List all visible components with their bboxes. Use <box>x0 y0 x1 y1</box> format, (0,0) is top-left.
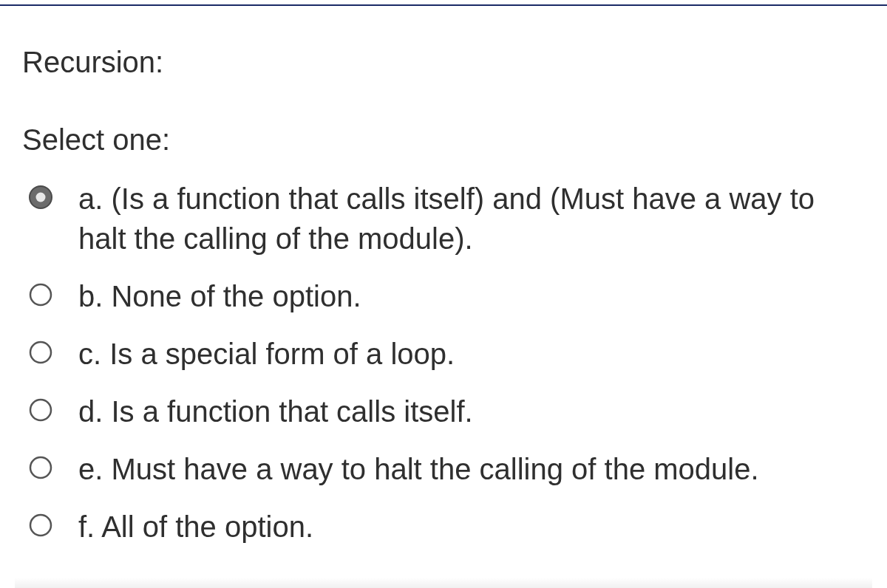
radio-icon[interactable] <box>28 185 53 210</box>
option-label: a. (Is a function that calls itself) and… <box>78 179 865 259</box>
svg-point-3 <box>30 342 51 363</box>
option-letter: c. <box>78 338 109 370</box>
radio-icon[interactable] <box>28 397 53 423</box>
option-e[interactable]: e. Must have a way to halt the calling o… <box>22 440 865 498</box>
svg-point-4 <box>30 400 51 420</box>
option-letter: e. <box>78 453 111 485</box>
option-label: b. None of the option. <box>78 276 865 316</box>
svg-point-6 <box>30 515 51 536</box>
option-label: d. Is a function that calls itself. <box>78 392 865 431</box>
select-one-prompt: Select one: <box>22 123 865 157</box>
option-letter: d. <box>78 395 111 428</box>
option-label: f. All of the option. <box>78 507 865 547</box>
option-text-body: None of the option. <box>111 280 361 312</box>
option-text-body: Is a special form of a loop. <box>109 338 455 370</box>
option-label: e. Must have a way to halt the calling o… <box>78 449 865 489</box>
option-letter: f. <box>78 510 101 543</box>
option-label: c. Is a special form of a loop. <box>78 334 865 374</box>
radio-icon[interactable] <box>28 513 53 538</box>
option-text-body: (Is a function that calls itself) and (M… <box>78 182 815 255</box>
svg-point-2 <box>30 284 51 305</box>
option-d[interactable]: d. Is a function that calls itself. <box>22 383 865 440</box>
radio-icon[interactable] <box>28 282 53 307</box>
question-title: Recursion: <box>22 46 865 79</box>
option-text-body: All of the option. <box>101 510 313 543</box>
option-a[interactable]: a. (Is a function that calls itself) and… <box>22 170 865 267</box>
question-block: Recursion: Select one: a. (Is a function… <box>0 6 887 555</box>
radio-icon[interactable] <box>28 340 53 365</box>
option-f[interactable]: f. All of the option. <box>22 498 865 555</box>
radio-icon[interactable] <box>28 455 53 480</box>
option-c[interactable]: c. Is a special form of a loop. <box>22 325 865 383</box>
option-letter: a. <box>78 182 111 215</box>
option-b[interactable]: b. None of the option. <box>22 267 865 325</box>
bottom-shadow <box>15 578 872 588</box>
options-list: a. (Is a function that calls itself) and… <box>22 170 865 555</box>
svg-point-5 <box>30 457 51 478</box>
option-text-body: Is a function that calls itself. <box>111 395 472 428</box>
svg-point-1 <box>36 193 46 202</box>
option-text-body: Must have a way to halt the calling of t… <box>111 453 758 485</box>
option-letter: b. <box>78 280 111 312</box>
